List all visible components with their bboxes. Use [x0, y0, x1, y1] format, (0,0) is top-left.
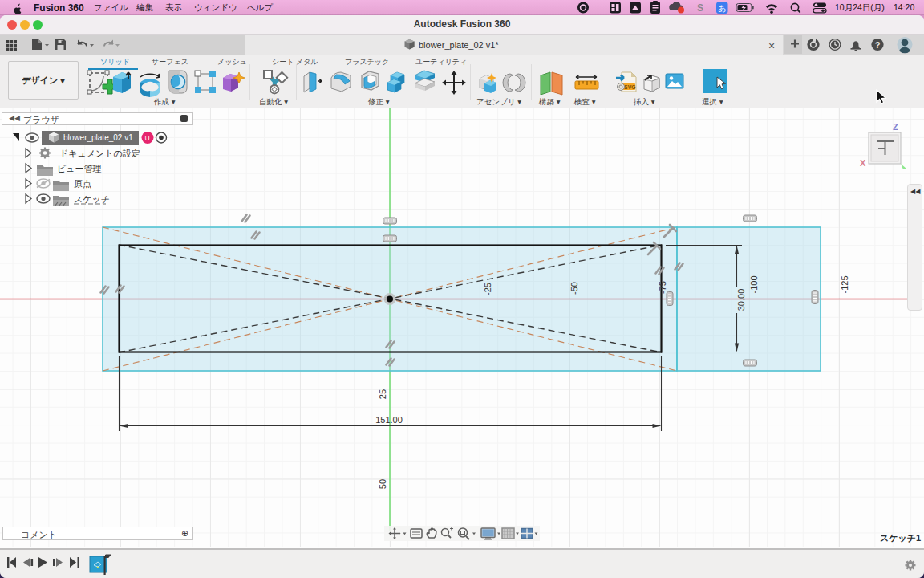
svg-text:ドキュメントの設定: ドキュメントの設定	[59, 149, 140, 158]
svg-text:-100: -100	[749, 275, 759, 293]
svg-text:Z: Z	[893, 122, 898, 132]
svg-text:X: X	[860, 158, 866, 168]
svg-text:151.00: 151.00	[375, 415, 403, 425]
svg-text:-125: -125	[840, 275, 849, 293]
svg-text:ビュー管理: ビュー管理	[57, 164, 102, 173]
svg-text:25: 25	[378, 389, 387, 399]
svg-text:原点: 原点	[74, 179, 91, 189]
svg-text:あ: あ	[719, 4, 727, 13]
svg-text:-75: -75	[658, 281, 667, 294]
svg-text:30.00: 30.00	[736, 289, 746, 311]
svg-text:S: S	[697, 2, 703, 14]
svg-text:SVG: SVG	[624, 84, 636, 90]
svg-text:50: 50	[378, 479, 387, 489]
svg-text:blower_plate_02 v1: blower_plate_02 v1	[63, 133, 133, 142]
svg-text:スケッチ: スケッチ	[74, 194, 110, 204]
svg-text:?: ?	[875, 40, 881, 50]
svg-text:-50: -50	[569, 282, 579, 295]
svg-text:U: U	[145, 134, 150, 142]
svg-text:-25: -25	[483, 283, 492, 295]
